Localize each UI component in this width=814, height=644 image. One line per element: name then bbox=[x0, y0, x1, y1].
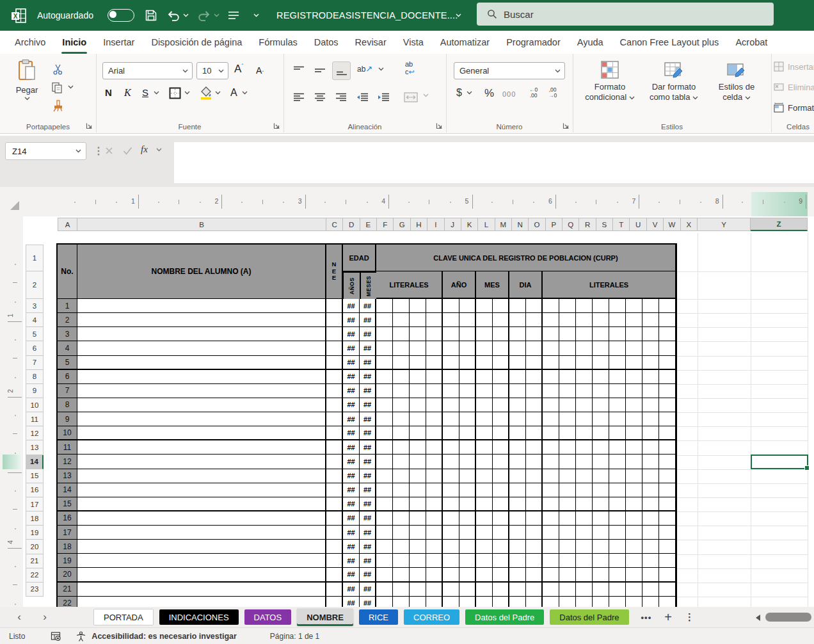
nee-cell[interactable] bbox=[326, 483, 343, 497]
curp-cell[interactable] bbox=[526, 583, 543, 597]
curp-cell[interactable] bbox=[526, 327, 543, 341]
curp-cell[interactable] bbox=[443, 370, 459, 384]
meses-cell[interactable]: ## bbox=[360, 299, 376, 313]
row-header[interactable]: 19 bbox=[26, 526, 44, 540]
anios-cell[interactable]: ## bbox=[343, 426, 360, 440]
conditional-formatting-button[interactable]: Formato condicional bbox=[578, 60, 642, 103]
curp-cell[interactable] bbox=[509, 583, 526, 597]
curp-cell[interactable] bbox=[576, 313, 593, 327]
curp-cell[interactable] bbox=[609, 356, 626, 370]
curp-cell[interactable] bbox=[543, 440, 559, 455]
sheet-tab-rice[interactable]: RICE bbox=[359, 609, 398, 625]
curp-cell[interactable] bbox=[393, 583, 410, 597]
curp-cell[interactable] bbox=[443, 412, 459, 426]
curp-cell[interactable] bbox=[576, 384, 593, 398]
curp-cell[interactable] bbox=[543, 568, 559, 582]
accessibility-icon[interactable] bbox=[76, 631, 86, 642]
anios-cell[interactable]: ## bbox=[343, 412, 360, 426]
row-header[interactable]: 21 bbox=[26, 554, 44, 568]
meses-cell[interactable]: ## bbox=[360, 483, 376, 497]
curp-cell[interactable] bbox=[443, 455, 459, 469]
curp-cell[interactable] bbox=[509, 384, 526, 398]
curp-cell[interactable] bbox=[609, 426, 626, 440]
curp-cell[interactable] bbox=[526, 426, 543, 440]
student-name-cell[interactable] bbox=[77, 554, 326, 568]
student-number-cell[interactable]: 19 bbox=[58, 554, 77, 568]
nee-cell[interactable] bbox=[326, 426, 343, 440]
curp-cell[interactable] bbox=[593, 426, 609, 440]
curp-cell[interactable] bbox=[476, 412, 493, 426]
curp-cell[interactable] bbox=[476, 568, 493, 582]
student-name-cell[interactable] bbox=[77, 341, 326, 355]
curp-cell[interactable] bbox=[509, 497, 526, 511]
curp-cell[interactable] bbox=[593, 299, 609, 313]
curp-cell[interactable] bbox=[426, 412, 443, 426]
meses-cell[interactable]: ## bbox=[360, 327, 376, 341]
font-name-select[interactable]: Arial bbox=[102, 62, 193, 79]
curp-cell[interactable] bbox=[376, 497, 393, 511]
curp-cell[interactable] bbox=[609, 412, 626, 426]
clipboard-dialog-launcher-icon[interactable] bbox=[86, 122, 93, 129]
decrease-font-icon[interactable]: Aˇ bbox=[256, 65, 264, 76]
curp-cell[interactable] bbox=[476, 327, 493, 341]
curp-cell[interactable] bbox=[476, 356, 493, 370]
curp-cell[interactable] bbox=[626, 455, 642, 469]
column-header[interactable]: H bbox=[411, 218, 427, 231]
cell-styles-button[interactable]: Estilos de celda bbox=[707, 60, 766, 103]
insert-function-icon[interactable]: fx bbox=[141, 144, 148, 155]
nee-cell[interactable] bbox=[326, 469, 343, 483]
curp-cell[interactable] bbox=[443, 497, 459, 511]
hscroll-thumb[interactable] bbox=[765, 613, 811, 622]
curp-cell[interactable] bbox=[526, 341, 543, 355]
meses-cell[interactable]: ## bbox=[360, 554, 376, 568]
curp-cell[interactable] bbox=[626, 526, 642, 540]
curp-cell[interactable] bbox=[543, 511, 559, 526]
curp-cell[interactable] bbox=[659, 469, 676, 483]
curp-cell[interactable] bbox=[559, 412, 576, 426]
curp-cell[interactable] bbox=[476, 384, 493, 398]
curp-cell[interactable] bbox=[576, 469, 593, 483]
curp-cell[interactable] bbox=[493, 299, 509, 313]
nee-cell[interactable] bbox=[326, 327, 343, 341]
curp-cell[interactable] bbox=[459, 583, 476, 597]
curp-cell[interactable] bbox=[459, 568, 476, 582]
student-number-cell[interactable]: 6 bbox=[58, 370, 77, 384]
curp-cell[interactable] bbox=[426, 455, 443, 469]
curp-cell[interactable] bbox=[642, 483, 659, 497]
curp-cell[interactable] bbox=[393, 568, 410, 582]
curp-cell[interactable] bbox=[659, 370, 676, 384]
curp-cell[interactable] bbox=[543, 327, 559, 341]
curp-cell[interactable] bbox=[609, 440, 626, 455]
curp-cell[interactable] bbox=[493, 313, 509, 327]
curp-cell[interactable] bbox=[410, 412, 426, 426]
curp-cell[interactable] bbox=[659, 426, 676, 440]
curp-cell[interactable] bbox=[493, 327, 509, 341]
column-header[interactable]: B bbox=[77, 218, 326, 231]
curp-cell[interactable] bbox=[543, 412, 559, 426]
curp-cell[interactable] bbox=[426, 341, 443, 355]
curp-cell[interactable] bbox=[559, 526, 576, 540]
curp-cell[interactable] bbox=[393, 398, 410, 412]
curp-cell[interactable] bbox=[410, 327, 426, 341]
curp-cell[interactable] bbox=[642, 356, 659, 370]
curp-cell[interactable] bbox=[543, 341, 559, 355]
increase-indent-icon[interactable] bbox=[375, 90, 392, 105]
curp-cell[interactable] bbox=[559, 356, 576, 370]
curp-cell[interactable] bbox=[443, 398, 459, 412]
curp-cell[interactable] bbox=[559, 540, 576, 554]
curp-cell[interactable] bbox=[426, 356, 443, 370]
align-center-icon[interactable] bbox=[312, 90, 328, 105]
curp-cell[interactable] bbox=[376, 483, 393, 497]
curp-cell[interactable] bbox=[376, 327, 393, 341]
column-header[interactable]: E bbox=[360, 218, 377, 231]
formula-input[interactable] bbox=[174, 142, 814, 183]
curp-cell[interactable] bbox=[526, 469, 543, 483]
curp-cell[interactable] bbox=[543, 455, 559, 469]
anios-cell[interactable]: ## bbox=[343, 568, 360, 582]
meses-cell[interactable]: ## bbox=[360, 455, 376, 469]
curp-cell[interactable] bbox=[626, 356, 642, 370]
curp-cell[interactable] bbox=[459, 597, 476, 607]
anios-cell[interactable]: ## bbox=[343, 526, 360, 540]
sheet-tab-correo[interactable]: CORREO bbox=[404, 609, 459, 625]
orientation-icon[interactable]: ab↗ bbox=[357, 64, 372, 74]
